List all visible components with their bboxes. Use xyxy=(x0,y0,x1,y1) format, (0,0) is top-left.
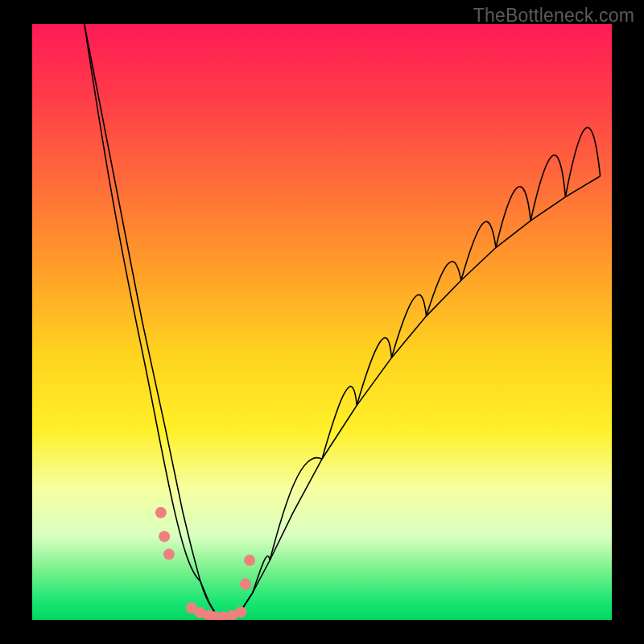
svg-point-0 xyxy=(155,507,167,518)
svg-point-2 xyxy=(163,549,175,560)
chart-svg xyxy=(32,24,612,620)
highlight-markers xyxy=(155,507,255,620)
bottleneck-curve xyxy=(85,24,601,617)
bottleneck-curve-precise xyxy=(85,24,601,617)
svg-point-11 xyxy=(244,555,255,566)
svg-point-10 xyxy=(240,579,251,590)
svg-point-9 xyxy=(235,606,246,617)
svg-point-1 xyxy=(159,530,170,542)
watermark-text: TheBottleneck.com xyxy=(473,5,634,27)
chart-frame: TheBottleneck.com xyxy=(0,0,644,644)
plot-area xyxy=(32,24,612,620)
